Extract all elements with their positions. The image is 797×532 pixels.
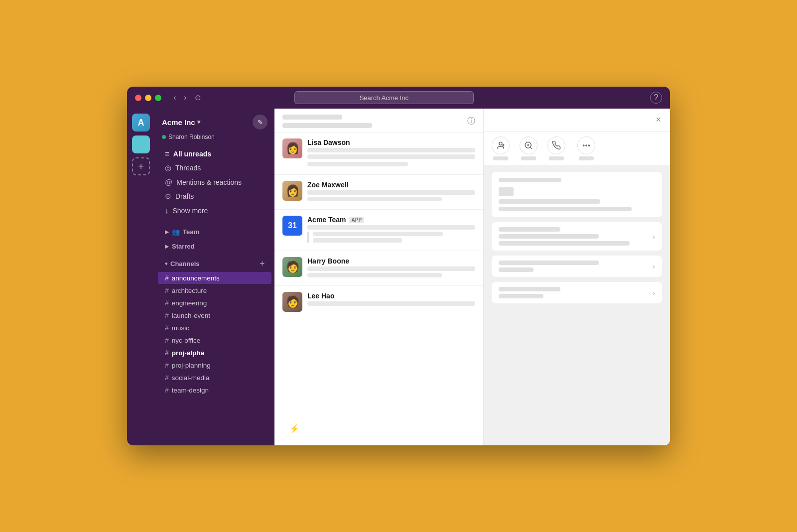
more-actions-button[interactable] <box>577 136 595 160</box>
workspace-icon-primary[interactable]: A <box>132 114 150 132</box>
channels-chevron-icon: ▾ <box>165 261 167 266</box>
forward-button[interactable]: › <box>182 92 188 103</box>
add-workspace-button[interactable]: + <box>132 157 150 175</box>
channel-name: nyc-office <box>172 337 201 344</box>
workspace-header: Acme Inc ▾ ✎ <box>155 109 274 133</box>
starred-section-header[interactable]: ▶ Starred <box>165 241 265 252</box>
avatar-harry-boone: 🧑 <box>282 257 302 277</box>
channel-name: launch-event <box>172 312 210 319</box>
convo-name-lee: Lee Hao <box>307 292 475 300</box>
sk-line <box>499 267 533 272</box>
close-panel-button[interactable]: × <box>655 114 662 126</box>
sk-line <box>313 238 402 243</box>
add-member-button[interactable] <box>492 136 510 160</box>
hash-icon: # <box>165 311 169 319</box>
team-label: Team <box>183 228 199 236</box>
hash-icon: # <box>165 286 169 294</box>
nav-item-threads[interactable]: ◎ Threads <box>158 161 271 175</box>
nav-item-all-unreads[interactable]: ≡ All unreads <box>158 147 271 160</box>
channel-name: announcements <box>172 274 220 282</box>
fullscreen-traffic-light[interactable] <box>155 95 161 101</box>
search-bar[interactable]: Search Acme Inc <box>294 91 474 104</box>
convo-item-acme-team[interactable]: 31 Acme Team APP <box>274 210 483 251</box>
convo-item-harry-boone[interactable]: 🧑 Harry Boone <box>274 251 483 286</box>
avatar-lisa-dawson: 👩 <box>282 138 302 158</box>
channel-item-music[interactable]: # music <box>158 322 271 334</box>
sk-line <box>307 301 475 306</box>
panel-header-title <box>282 115 372 128</box>
close-traffic-light[interactable] <box>135 95 141 101</box>
channel-name: proj-alpha <box>172 349 204 357</box>
minimize-traffic-light[interactable] <box>145 95 151 101</box>
workspace-name-button[interactable]: Acme Inc ▾ <box>162 118 200 127</box>
channel-name: social-media <box>172 374 210 382</box>
lightning-icon[interactable]: ⚡ <box>289 424 299 433</box>
threads-icon: ◎ <box>165 163 171 172</box>
add-channel-button[interactable]: + <box>260 259 265 268</box>
channel-item-social-media[interactable]: # social-media <box>158 372 271 384</box>
compose-button[interactable]: ✎ <box>253 115 267 130</box>
convo-body-lisa: Lisa Dawson <box>307 138 475 168</box>
sk-line <box>499 178 561 182</box>
svg-line-4 <box>530 147 531 148</box>
starred-chevron-icon: ▶ <box>165 244 169 249</box>
sidebar-nav: ≡ All unreads ◎ Threads @ Mentions & rea… <box>155 144 274 220</box>
convo-item-lee-hao[interactable]: 🧑 Lee Hao <box>274 286 483 318</box>
convo-item-zoe-maxwell[interactable]: 👩 Zoe Maxwell <box>274 175 483 210</box>
team-section-header[interactable]: ▶ 👥 Team <box>165 227 265 237</box>
section-row-1[interactable]: › <box>492 222 662 251</box>
sk-line <box>499 187 514 196</box>
channels-label: Channels <box>170 260 200 267</box>
call-button[interactable] <box>547 136 565 160</box>
search-placeholder: Search Acme Inc <box>360 94 408 102</box>
toolbar-actions <box>484 132 670 166</box>
channel-item-launch-event[interactable]: # launch-event <box>158 309 271 321</box>
sk-line <box>307 162 408 166</box>
sk-line <box>307 190 475 195</box>
convo-name-harry: Harry Boone <box>307 257 475 265</box>
starred-label: Starred <box>172 243 195 250</box>
drafts-icon: ⊙ <box>165 192 171 201</box>
section-row-2[interactable]: › <box>492 256 662 277</box>
sk-line <box>499 294 543 298</box>
svg-point-8 <box>586 145 587 146</box>
channel-item-team-design[interactable]: # team-design <box>158 384 271 396</box>
nav-buttons: ‹ › ⊙ <box>171 92 203 103</box>
search-channel-button[interactable] <box>520 136 537 160</box>
nav-item-show-more[interactable]: ↓ Show more <box>158 204 271 217</box>
icon-strip: A + <box>127 109 155 445</box>
tool-label-skeleton <box>521 156 536 160</box>
username-label: Sharon Robinson <box>168 133 215 140</box>
channel-item-announcements[interactable]: # announcements <box>158 272 271 284</box>
avatar-face-icon: 👩 <box>286 181 299 201</box>
convo-body-acme: Acme Team APP <box>307 216 475 245</box>
team-emoji-icon: 👥 <box>172 228 180 236</box>
user-status: Sharon Robinson <box>155 133 274 144</box>
section-row-3[interactable]: › <box>492 282 662 303</box>
message-input-area: ⚡ <box>282 420 475 437</box>
header-sk-1 <box>282 115 342 120</box>
channel-name: team-design <box>172 387 209 394</box>
workspace-name-label: Acme Inc <box>162 118 195 127</box>
channels-section-header[interactable]: ▾ Channels + <box>165 258 265 269</box>
avatar-acme-team: 31 <box>282 216 302 236</box>
channel-item-proj-planning[interactable]: # proj-planning <box>158 359 271 371</box>
svg-point-7 <box>583 145 584 146</box>
back-button[interactable]: ‹ <box>171 92 178 103</box>
nav-item-mentions[interactable]: @ Mentions & reactions <box>158 175 271 189</box>
channel-item-engineering[interactable]: # engineering <box>158 297 271 309</box>
hash-icon: # <box>165 336 169 344</box>
convo-item-lisa-dawson[interactable]: 👩 Lisa Dawson <box>274 133 483 175</box>
channel-item-nyc-office[interactable]: # nyc-office <box>158 334 271 346</box>
history-button[interactable]: ⊙ <box>193 92 203 103</box>
sk-line <box>307 266 475 271</box>
workspace-icon-secondary[interactable] <box>132 135 150 153</box>
help-button[interactable]: ? <box>650 92 662 104</box>
nav-item-drafts[interactable]: ⊙ Drafts <box>158 189 271 203</box>
sk-line <box>499 234 599 239</box>
channel-item-proj-alpha[interactable]: # proj-alpha <box>158 347 271 359</box>
panel-info-icon[interactable]: ⓘ <box>467 116 475 127</box>
section-block-1 <box>492 172 662 217</box>
channel-item-architecture[interactable]: # architecture <box>158 284 271 296</box>
sk-line <box>499 199 600 204</box>
